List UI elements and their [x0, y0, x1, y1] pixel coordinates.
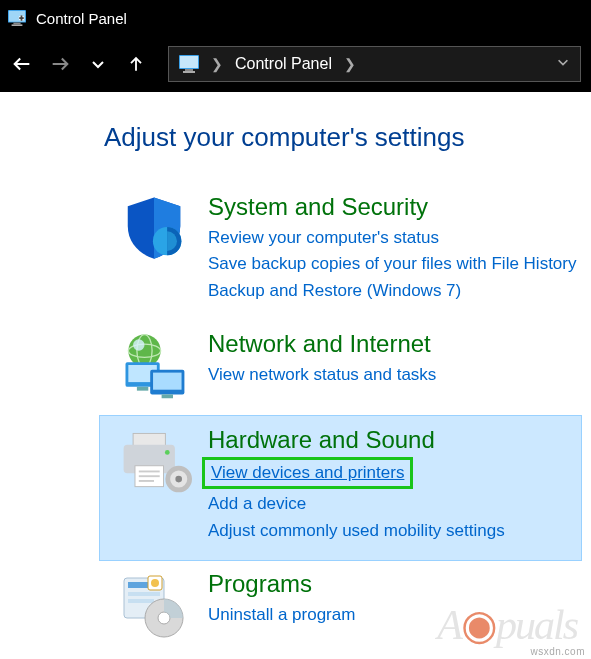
svg-rect-9: [185, 69, 193, 71]
category-programs: Programs Uninstall a program: [100, 560, 581, 656]
nav-toolbar: ❯ Control Panel ❯: [0, 36, 591, 92]
category-network-internet: Network and Internet View network status…: [100, 320, 581, 416]
back-button[interactable]: [10, 52, 34, 76]
svg-point-15: [133, 339, 144, 350]
svg-rect-3: [12, 24, 23, 26]
recent-dropdown-button[interactable]: [86, 52, 110, 76]
address-dropdown-button[interactable]: [556, 55, 570, 73]
link-backup-restore[interactable]: Backup and Restore (Windows 7): [208, 278, 461, 304]
link-add-device[interactable]: Add a device: [208, 491, 306, 517]
svg-point-12: [128, 335, 160, 367]
category-title[interactable]: Hardware and Sound: [208, 426, 581, 454]
link-file-history[interactable]: Save backup copies of your files with Fi…: [208, 251, 577, 277]
link-review-status[interactable]: Review your computer's status: [208, 225, 439, 251]
category-system-security: System and Security Review your computer…: [100, 183, 581, 320]
svg-rect-22: [133, 433, 165, 446]
svg-point-39: [158, 612, 170, 624]
category-title[interactable]: System and Security: [208, 193, 581, 221]
svg-rect-21: [162, 394, 173, 398]
chevron-right-icon[interactable]: ❯: [211, 56, 223, 72]
svg-rect-2: [13, 23, 20, 25]
category-hardware-sound: Hardware and Sound View devices and prin…: [99, 415, 582, 561]
svg-rect-35: [128, 592, 160, 596]
svg-rect-18: [137, 387, 148, 391]
link-network-status[interactable]: View network status and tasks: [208, 362, 436, 388]
control-panel-icon: [8, 10, 26, 26]
network-globe-icon: [114, 330, 194, 400]
category-title[interactable]: Network and Internet: [208, 330, 581, 358]
link-view-devices-printers[interactable]: View devices and printers: [202, 457, 413, 489]
svg-point-41: [151, 579, 159, 587]
address-bar[interactable]: ❯ Control Panel ❯: [168, 46, 581, 82]
svg-point-32: [175, 476, 182, 483]
svg-rect-8: [180, 56, 198, 68]
control-panel-icon: [179, 55, 199, 73]
chevron-right-icon[interactable]: ❯: [344, 56, 356, 72]
breadcrumb-control-panel[interactable]: Control Panel: [235, 55, 332, 73]
svg-rect-6: [19, 17, 23, 19]
shield-icon: [114, 193, 194, 263]
category-list: System and Security Review your computer…: [100, 183, 581, 656]
link-mobility-settings[interactable]: Adjust commonly used mobility settings: [208, 518, 505, 544]
programs-disc-icon: [114, 570, 194, 640]
watermark-site: wsxdn.com: [530, 646, 585, 657]
window-title: Control Panel: [36, 10, 127, 27]
window-titlebar: Control Panel: [0, 0, 591, 36]
category-title[interactable]: Programs: [208, 570, 581, 598]
content-area: Adjust your computer's settings System a…: [0, 92, 591, 659]
page-heading: Adjust your computer's settings: [104, 122, 581, 153]
link-uninstall-program[interactable]: Uninstall a program: [208, 602, 355, 628]
forward-button[interactable]: [48, 52, 72, 76]
svg-rect-36: [128, 599, 154, 603]
svg-point-29: [165, 450, 170, 455]
svg-rect-20: [153, 373, 182, 390]
svg-rect-10: [183, 71, 195, 73]
up-button[interactable]: [124, 52, 148, 76]
printer-icon: [114, 426, 194, 496]
